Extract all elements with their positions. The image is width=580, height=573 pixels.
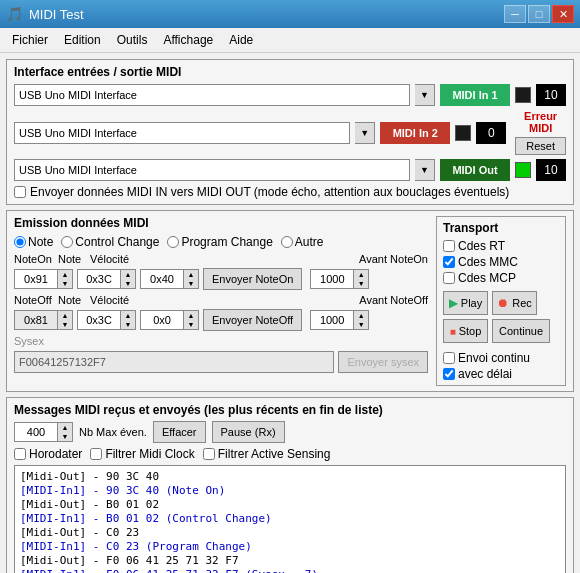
send-noteoff-button[interactable]: Envoyer NoteOff <box>203 309 302 331</box>
interface-title: Interface entrées / sortie MIDI <box>14 65 566 79</box>
nb-max-spin[interactable]: ▲ ▼ <box>14 422 73 442</box>
menu-bar: Fichier Edition Outils Affichage Aide <box>0 28 580 53</box>
horodater-checkbox[interactable] <box>14 448 26 460</box>
noteon-note-up[interactable]: ▲ <box>121 270 135 279</box>
midi-in1-dropdown-arrow[interactable]: ▼ <box>415 84 435 106</box>
avant-noteon-up[interactable]: ▲ <box>354 270 368 279</box>
send-sysex-button[interactable]: Envoyer sysex <box>338 351 428 373</box>
rec-button[interactable]: ⏺ Rec <box>492 291 537 315</box>
radio-cc-label: Control Change <box>75 235 159 249</box>
avant-noteoff-spin[interactable]: ▲ ▼ <box>310 310 369 330</box>
filtrer-midi-clock-label: Filtrer Midi Clock <box>105 447 194 461</box>
noteon-note-label: Note <box>58 253 86 265</box>
play-label: Play <box>461 297 482 309</box>
noteoff-note-input[interactable] <box>78 311 120 329</box>
menu-outils[interactable]: Outils <box>109 30 156 50</box>
noteon-ch-down[interactable]: ▼ <box>58 279 72 288</box>
noteon-vel-input[interactable] <box>141 270 183 288</box>
cdes-rt-checkbox[interactable] <box>443 240 455 252</box>
nb-max-input[interactable] <box>15 423 57 441</box>
play-button[interactable]: ▶ Play <box>443 291 488 315</box>
filtrer-active-sensing-checkbox[interactable] <box>203 448 215 460</box>
noteoff-ch-spin[interactable]: ▲ ▼ <box>14 310 73 330</box>
noteoff-vel-input[interactable] <box>141 311 183 329</box>
noteoff-vel-spin[interactable]: ▲ ▼ <box>140 310 199 330</box>
play-icon: ▶ <box>449 296 458 310</box>
cdes-mcp-checkbox[interactable] <box>443 272 455 284</box>
noteon-vel-spin[interactable]: ▲ ▼ <box>140 269 199 289</box>
midi-in2-count: 0 <box>476 122 506 144</box>
sysex-input[interactable] <box>14 351 334 373</box>
minimize-button[interactable]: ─ <box>504 5 526 23</box>
echo-checkbox[interactable] <box>14 186 26 198</box>
noteon-ch-up[interactable]: ▲ <box>58 270 72 279</box>
cdes-mcp-label: Cdes MCP <box>458 271 516 285</box>
log-entry: [MIDI-In1] - F0 06 41 25 71 32 F7 (Sysex… <box>20 568 560 573</box>
noteoff-vel-down[interactable]: ▼ <box>184 320 198 329</box>
title-bar: 🎵 MIDI Test ─ □ ✕ <box>0 0 580 28</box>
transport-title: Transport <box>443 221 559 235</box>
noteoff-note-up[interactable]: ▲ <box>121 311 135 320</box>
noteoff-ch-up[interactable]: ▲ <box>58 311 72 320</box>
envoi-continu-checkbox[interactable] <box>443 352 455 364</box>
noteoff-ch-input[interactable] <box>15 311 57 329</box>
noteon-note-input[interactable] <box>78 270 120 288</box>
midi-in1-select[interactable]: USB Uno MIDI Interface <box>14 84 410 106</box>
midi-in2-dropdown-arrow[interactable]: ▼ <box>355 122 375 144</box>
midi-out-count: 10 <box>536 159 566 181</box>
radio-program-change[interactable] <box>167 236 179 248</box>
radio-autre[interactable] <box>281 236 293 248</box>
noteon-vel-down[interactable]: ▼ <box>184 279 198 288</box>
avant-noteon-down[interactable]: ▼ <box>354 279 368 288</box>
avant-noteoff-input[interactable] <box>311 311 353 329</box>
midi-in1-count: 10 <box>536 84 566 106</box>
avant-noteoff-down[interactable]: ▼ <box>354 320 368 329</box>
avec-delai-checkbox[interactable] <box>443 368 455 380</box>
menu-fichier[interactable]: Fichier <box>4 30 56 50</box>
avant-noteon-spin[interactable]: ▲ ▼ <box>310 269 369 289</box>
noteon-vel-label: Vélocité <box>90 253 130 265</box>
window-title: MIDI Test <box>29 7 84 22</box>
avant-noteoff-up[interactable]: ▲ <box>354 311 368 320</box>
noteon-note-spin[interactable]: ▲ ▼ <box>77 269 136 289</box>
send-noteon-button[interactable]: Envoyer NoteOn <box>203 268 302 290</box>
echo-row: Envoyer données MIDI IN vers MIDI OUT (m… <box>14 185 566 199</box>
noteon-note-down[interactable]: ▼ <box>121 279 135 288</box>
nb-max-up[interactable]: ▲ <box>58 423 72 432</box>
noteon-vel-up[interactable]: ▲ <box>184 270 198 279</box>
nb-max-label: Nb Max éven. <box>79 426 147 438</box>
effacer-button[interactable]: Effacer <box>153 421 206 443</box>
continue-button[interactable]: Continue <box>492 319 550 343</box>
noteoff-vel-up[interactable]: ▲ <box>184 311 198 320</box>
midi-out-select[interactable]: USB Uno MIDI Interface <box>14 159 410 181</box>
midi-in1-badge: MIDI In 1 <box>440 84 510 106</box>
messages-section: Messages MIDI reçus et envoyés (les plus… <box>6 397 574 573</box>
noteoff-vel-label: Vélocité <box>90 294 130 306</box>
pause-button[interactable]: Pause (Rx) <box>212 421 285 443</box>
menu-edition[interactable]: Edition <box>56 30 109 50</box>
radio-note[interactable] <box>14 236 26 248</box>
messages-log[interactable]: [Midi-Out] - 90 3C 40[MIDI-In1] - 90 3C … <box>14 465 566 573</box>
envoi-continu-label: Envoi continu <box>458 351 530 365</box>
noteoff-ch-down[interactable]: ▼ <box>58 320 72 329</box>
cdes-mmc-label: Cdes MMC <box>458 255 518 269</box>
radio-control-change[interactable] <box>61 236 73 248</box>
noteon-ch-spin[interactable]: ▲ ▼ <box>14 269 73 289</box>
noteoff-note-spin[interactable]: ▲ ▼ <box>77 310 136 330</box>
filtrer-midi-clock-checkbox[interactable] <box>90 448 102 460</box>
cdes-mmc-checkbox[interactable] <box>443 256 455 268</box>
log-entry: [MIDI-In1] - B0 01 02 (Control Change) <box>20 512 560 525</box>
nb-max-down[interactable]: ▼ <box>58 432 72 441</box>
stop-button[interactable]: ■ Stop <box>443 319 488 343</box>
filter-row: Horodater Filtrer Midi Clock Filtrer Act… <box>14 447 566 461</box>
noteon-ch-input[interactable] <box>15 270 57 288</box>
close-button[interactable]: ✕ <box>552 5 574 23</box>
avant-noteon-input[interactable] <box>311 270 353 288</box>
maximize-button[interactable]: □ <box>528 5 550 23</box>
reset-button[interactable]: Reset <box>515 137 566 155</box>
midi-in2-select[interactable]: USB Uno MIDI Interface <box>14 122 350 144</box>
menu-affichage[interactable]: Affichage <box>155 30 221 50</box>
midi-out-dropdown-arrow[interactable]: ▼ <box>415 159 435 181</box>
menu-aide[interactable]: Aide <box>221 30 261 50</box>
noteoff-note-down[interactable]: ▼ <box>121 320 135 329</box>
